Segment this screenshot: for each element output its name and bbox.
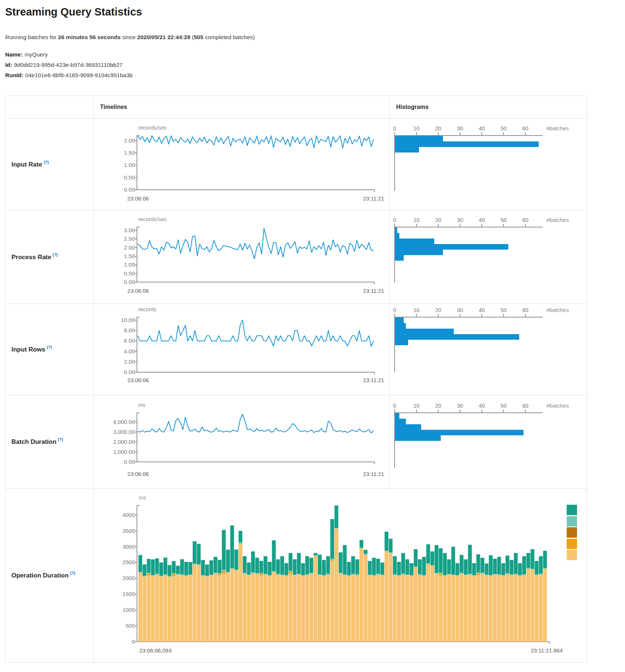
svg-text:4000: 4000 bbox=[123, 512, 135, 518]
svg-text:10: 10 bbox=[413, 125, 420, 131]
svg-text:3,000.00: 3,000.00 bbox=[113, 429, 135, 435]
svg-text:10: 10 bbox=[413, 217, 420, 223]
svg-text:50: 50 bbox=[501, 125, 507, 131]
svg-text:2500: 2500 bbox=[123, 559, 135, 565]
svg-text:0.00: 0.00 bbox=[124, 279, 135, 285]
svg-text:0.50: 0.50 bbox=[124, 270, 135, 277]
svg-text:40: 40 bbox=[479, 402, 485, 409]
svg-text:records/sec: records/sec bbox=[138, 124, 167, 131]
svg-text:30: 30 bbox=[457, 307, 463, 313]
svg-text:0.00: 0.00 bbox=[124, 369, 135, 375]
row-label-input-rows: Input Rows bbox=[11, 346, 45, 353]
statistics-table: Timelines Histograms Input Rate(?) recor… bbox=[5, 96, 587, 663]
svg-text:60: 60 bbox=[522, 307, 529, 313]
svg-text:records: records bbox=[138, 306, 157, 312]
svg-text:3.00: 3.00 bbox=[124, 227, 135, 233]
summary-duration: 26 minutes 56 seconds bbox=[58, 34, 121, 40]
query-name-label: Name: bbox=[5, 51, 23, 58]
running-batches-summary: Running batches for 26 minutes 56 second… bbox=[5, 34, 255, 41]
input-rate-help-icon[interactable]: (?) bbox=[44, 160, 49, 164]
svg-text:0.00: 0.00 bbox=[124, 459, 135, 465]
svg-text:23:06:06.093: 23:06:06.093 bbox=[139, 647, 172, 654]
query-id-label: Id: bbox=[5, 62, 12, 68]
header-empty-cell bbox=[6, 96, 94, 118]
table-row-process-rate: Process Rate(?) records/sec0.000.501.001… bbox=[6, 211, 587, 304]
legend-swatch-segment-light-teal bbox=[567, 516, 577, 527]
input-rate-timeline-chart: records/sec0.000.501.001.502.0023:06:062… bbox=[94, 119, 389, 211]
svg-text:23:11:21.864: 23:11:21.864 bbox=[531, 647, 563, 654]
svg-text:1000: 1000 bbox=[123, 607, 135, 613]
legend-swatch-segment-teal bbox=[567, 505, 577, 515]
query-name-line: Name:myQuery bbox=[5, 49, 133, 60]
svg-text:23:11:21: 23:11:21 bbox=[363, 471, 384, 477]
svg-text:10.00: 10.00 bbox=[121, 317, 135, 323]
svg-text:23:06:06: 23:06:06 bbox=[127, 288, 149, 294]
svg-text:23:11:21: 23:11:21 bbox=[363, 288, 384, 294]
svg-text:0: 0 bbox=[132, 638, 135, 645]
query-runid-value: 04e101e6-8bf8-4165-9099-9104c951ba3b bbox=[25, 72, 133, 78]
column-header-histograms: Histograms bbox=[390, 96, 588, 118]
svg-text:1.50: 1.50 bbox=[124, 150, 135, 156]
svg-text:0: 0 bbox=[393, 402, 396, 409]
table-header-row: Timelines Histograms bbox=[6, 96, 587, 119]
svg-text:2000: 2000 bbox=[123, 575, 135, 581]
svg-text:0: 0 bbox=[393, 307, 396, 313]
query-id-value: 9d0dd219-995d-423e-b97d-36931110bb27 bbox=[14, 62, 123, 68]
query-runid-line: RunId:04e101e6-8bf8-4165-9099-9104c951ba… bbox=[5, 70, 133, 80]
svg-text:40: 40 bbox=[479, 307, 485, 313]
svg-text:3000: 3000 bbox=[123, 544, 135, 550]
svg-text:10: 10 bbox=[413, 307, 420, 313]
svg-text:50: 50 bbox=[501, 402, 507, 409]
svg-text:2.00: 2.00 bbox=[124, 244, 135, 251]
svg-text:2,000.00: 2,000.00 bbox=[113, 439, 135, 445]
operation-duration-legend bbox=[567, 505, 577, 561]
input-rows-histogram-chart: 0102030405060#batches bbox=[390, 304, 588, 395]
svg-text:#batches: #batches bbox=[546, 125, 569, 131]
operation-duration-st acked-chart: ms0500100015002000250030003500400023:06:… bbox=[94, 489, 588, 662]
table-row-input-rows: Input Rows(?) records0.002.004.006.008.0… bbox=[6, 304, 587, 395]
svg-text:3500: 3500 bbox=[123, 528, 135, 534]
row-label-input-rate: Input Rate bbox=[11, 161, 42, 168]
input-rows-help-icon[interactable]: (?) bbox=[47, 345, 52, 349]
svg-text:6.00: 6.00 bbox=[124, 337, 135, 344]
legend-swatch-segment-brown bbox=[567, 527, 577, 538]
row-label-operation-duration: Operation Duration bbox=[11, 572, 69, 579]
row-label-batch-duration: Batch Duration bbox=[11, 438, 56, 446]
operation-duration-help-icon[interactable]: (?) bbox=[70, 571, 75, 575]
svg-text:1.00: 1.00 bbox=[124, 162, 135, 168]
svg-text:0.50: 0.50 bbox=[124, 174, 135, 181]
svg-text:#batches: #batches bbox=[546, 217, 569, 223]
svg-text:0.00: 0.00 bbox=[124, 186, 135, 193]
page-title: Streaming Query Statistics bbox=[5, 6, 142, 18]
batch-duration-help-icon[interactable]: (?) bbox=[58, 437, 63, 442]
svg-text:20: 20 bbox=[435, 402, 442, 409]
query-runid-label: RunId: bbox=[5, 72, 23, 78]
svg-text:60: 60 bbox=[522, 402, 529, 409]
svg-text:10: 10 bbox=[413, 402, 420, 409]
input-rows-timeline-chart: records0.002.004.006.008.0010.0023:06:06… bbox=[94, 304, 389, 395]
table-row-operation-duration: Operation Duration(?) ms0500100015002000… bbox=[6, 489, 587, 662]
query-name-value: myQuery bbox=[24, 51, 48, 58]
svg-text:20: 20 bbox=[435, 307, 442, 313]
summary-suffix: completed batches) bbox=[203, 34, 255, 40]
process-rate-timeline-chart: records/sec0.000.501.001.502.002.503.002… bbox=[94, 211, 389, 304]
row-label-process-rate: Process Rate bbox=[11, 254, 51, 261]
svg-text:23:11:21: 23:11:21 bbox=[363, 195, 384, 202]
svg-text:1500: 1500 bbox=[123, 591, 135, 597]
legend-swatch-segment-tan bbox=[567, 550, 577, 560]
svg-text:records/sec: records/sec bbox=[138, 216, 167, 222]
svg-text:500: 500 bbox=[126, 623, 135, 629]
svg-text:23:06:06: 23:06:06 bbox=[127, 195, 149, 202]
summary-paren: ( bbox=[190, 34, 194, 40]
batch-duration-histogram-chart: 0102030405060#batches bbox=[390, 395, 588, 489]
svg-text:4,000.00: 4,000.00 bbox=[113, 419, 135, 425]
svg-text:23:06:06: 23:06:06 bbox=[127, 471, 149, 477]
svg-text:#batches: #batches bbox=[546, 402, 569, 409]
process-rate-help-icon[interactable]: (?) bbox=[53, 253, 58, 257]
input-rate-histogram-chart: 0102030405060#batches bbox=[390, 119, 588, 211]
svg-text:30: 30 bbox=[457, 125, 463, 131]
summary-timestamp: 2020/05/21 22:44:28 bbox=[137, 34, 190, 40]
svg-text:2.50: 2.50 bbox=[124, 236, 135, 242]
svg-text:8.00: 8.00 bbox=[124, 327, 135, 333]
svg-text:1,000.00: 1,000.00 bbox=[113, 449, 135, 455]
